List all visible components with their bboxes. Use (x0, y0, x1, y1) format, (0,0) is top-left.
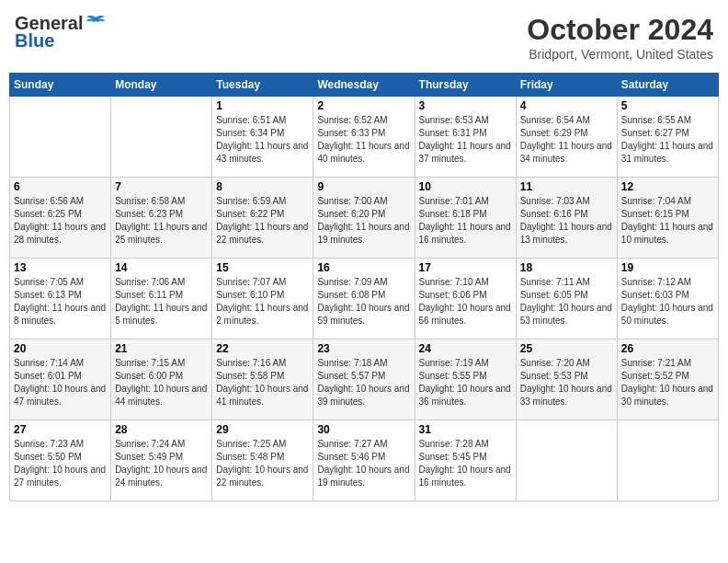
day-number: 25 (520, 342, 613, 355)
day-header-friday: Friday (516, 74, 617, 97)
calendar-week-5: 27Sunrise: 7:23 AMSunset: 5:50 PMDayligh… (10, 420, 719, 501)
calendar-cell: 1Sunrise: 6:51 AMSunset: 6:34 PMDaylight… (212, 97, 313, 178)
calendar-cell (617, 420, 718, 501)
day-info: Sunrise: 7:23 AMSunset: 5:50 PMDaylight:… (14, 438, 107, 489)
calendar-cell: 19Sunrise: 7:12 AMSunset: 6:03 PMDayligh… (617, 259, 718, 339)
calendar-cell: 4Sunrise: 6:54 AMSunset: 6:29 PMDaylight… (516, 97, 617, 178)
calendar-cell: 17Sunrise: 7:10 AMSunset: 6:06 PMDayligh… (415, 259, 516, 339)
calendar-cell (111, 97, 212, 178)
day-number: 5 (621, 99, 714, 112)
day-info: Sunrise: 6:51 AMSunset: 6:34 PMDaylight:… (216, 114, 309, 166)
calendar-cell (10, 97, 111, 178)
day-number: 15 (216, 261, 309, 274)
day-info: Sunrise: 7:07 AMSunset: 6:10 PMDaylight:… (216, 276, 309, 327)
day-info: Sunrise: 7:24 AMSunset: 5:49 PMDaylight:… (115, 438, 208, 489)
calendar-header-row: SundayMondayTuesdayWednesdayThursdayFrid… (10, 74, 719, 97)
calendar-cell: 25Sunrise: 7:20 AMSunset: 5:53 PMDayligh… (516, 339, 617, 420)
calendar-cell (516, 420, 617, 501)
logo: General Blue (15, 13, 107, 52)
logo-bird-icon (85, 14, 107, 32)
day-header-wednesday: Wednesday (313, 74, 415, 97)
day-number: 18 (520, 261, 613, 274)
day-number: 9 (317, 180, 410, 193)
calendar-cell: 11Sunrise: 7:03 AMSunset: 6:16 PMDayligh… (516, 178, 617, 259)
day-number: 22 (216, 342, 309, 355)
calendar-cell: 6Sunrise: 6:56 AMSunset: 6:25 PMDaylight… (10, 178, 111, 259)
day-info: Sunrise: 7:09 AMSunset: 6:08 PMDaylight:… (317, 276, 410, 327)
day-info: Sunrise: 7:00 AMSunset: 6:20 PMDaylight:… (317, 195, 410, 247)
day-header-monday: Monday (111, 74, 212, 97)
calendar-cell: 13Sunrise: 7:05 AMSunset: 6:13 PMDayligh… (10, 259, 111, 339)
calendar-cell: 2Sunrise: 6:52 AMSunset: 6:33 PMDaylight… (313, 97, 415, 178)
day-number: 26 (621, 342, 714, 355)
calendar-cell: 7Sunrise: 6:58 AMSunset: 6:23 PMDaylight… (111, 178, 212, 259)
day-info: Sunrise: 7:10 AMSunset: 6:06 PMDaylight:… (419, 276, 512, 327)
day-number: 17 (419, 261, 512, 274)
day-info: Sunrise: 7:03 AMSunset: 6:16 PMDaylight:… (520, 195, 613, 247)
calendar-cell: 20Sunrise: 7:14 AMSunset: 6:01 PMDayligh… (10, 339, 111, 420)
calendar-cell: 12Sunrise: 7:04 AMSunset: 6:15 PMDayligh… (617, 178, 718, 259)
day-info: Sunrise: 7:05 AMSunset: 6:13 PMDaylight:… (14, 276, 107, 327)
day-info: Sunrise: 6:54 AMSunset: 6:29 PMDaylight:… (520, 114, 613, 166)
calendar-week-1: 1Sunrise: 6:51 AMSunset: 6:34 PMDaylight… (10, 97, 719, 178)
calendar-cell: 24Sunrise: 7:19 AMSunset: 5:55 PMDayligh… (415, 339, 516, 420)
title-block: October 2024 Bridport, Vermont, United S… (527, 13, 713, 62)
day-info: Sunrise: 6:58 AMSunset: 6:23 PMDaylight:… (115, 195, 208, 247)
day-number: 1 (216, 99, 309, 112)
day-number: 3 (419, 99, 512, 112)
day-number: 6 (14, 180, 107, 193)
day-number: 4 (520, 99, 613, 112)
calendar-cell: 5Sunrise: 6:55 AMSunset: 6:27 PMDaylight… (617, 97, 718, 178)
day-info: Sunrise: 6:53 AMSunset: 6:31 PMDaylight:… (419, 114, 512, 166)
day-info: Sunrise: 7:28 AMSunset: 5:45 PMDaylight:… (419, 438, 512, 489)
day-info: Sunrise: 7:27 AMSunset: 5:46 PMDaylight:… (317, 438, 410, 489)
calendar-cell: 14Sunrise: 7:06 AMSunset: 6:11 PMDayligh… (111, 259, 212, 339)
calendar-week-3: 13Sunrise: 7:05 AMSunset: 6:13 PMDayligh… (10, 259, 719, 339)
day-info: Sunrise: 7:14 AMSunset: 6:01 PMDaylight:… (14, 357, 107, 408)
location: Bridport, Vermont, United States (527, 47, 713, 62)
calendar-cell: 3Sunrise: 6:53 AMSunset: 6:31 PMDaylight… (415, 97, 516, 178)
day-number: 8 (216, 180, 309, 193)
day-number: 21 (115, 342, 208, 355)
calendar-cell: 16Sunrise: 7:09 AMSunset: 6:08 PMDayligh… (313, 259, 415, 339)
calendar-week-2: 6Sunrise: 6:56 AMSunset: 6:25 PMDaylight… (10, 178, 719, 259)
day-info: Sunrise: 7:06 AMSunset: 6:11 PMDaylight:… (115, 276, 208, 327)
calendar-cell: 9Sunrise: 7:00 AMSunset: 6:20 PMDaylight… (313, 178, 415, 259)
day-info: Sunrise: 7:04 AMSunset: 6:15 PMDaylight:… (621, 195, 714, 247)
day-number: 12 (621, 180, 714, 193)
day-info: Sunrise: 7:16 AMSunset: 5:58 PMDaylight:… (216, 357, 309, 408)
calendar-cell: 22Sunrise: 7:16 AMSunset: 5:58 PMDayligh… (212, 339, 313, 420)
day-header-tuesday: Tuesday (212, 74, 313, 97)
day-header-sunday: Sunday (10, 74, 111, 97)
calendar-cell: 23Sunrise: 7:18 AMSunset: 5:57 PMDayligh… (313, 339, 415, 420)
calendar-cell: 21Sunrise: 7:15 AMSunset: 6:00 PMDayligh… (111, 339, 212, 420)
day-number: 7 (115, 180, 208, 193)
day-info: Sunrise: 7:20 AMSunset: 5:53 PMDaylight:… (520, 357, 613, 408)
logo-blue-text: Blue (15, 30, 54, 52)
day-header-thursday: Thursday (415, 74, 516, 97)
page-header: General Blue October 2024 Bridport, Verm… (9, 9, 719, 65)
calendar-cell: 10Sunrise: 7:01 AMSunset: 6:18 PMDayligh… (415, 178, 516, 259)
day-number: 14 (115, 261, 208, 274)
calendar-cell: 28Sunrise: 7:24 AMSunset: 5:49 PMDayligh… (111, 420, 212, 501)
day-info: Sunrise: 7:25 AMSunset: 5:48 PMDaylight:… (216, 438, 309, 489)
day-info: Sunrise: 7:15 AMSunset: 6:00 PMDaylight:… (115, 357, 208, 408)
day-number: 10 (419, 180, 512, 193)
calendar-week-4: 20Sunrise: 7:14 AMSunset: 6:01 PMDayligh… (10, 339, 719, 420)
calendar-cell: 15Sunrise: 7:07 AMSunset: 6:10 PMDayligh… (212, 259, 313, 339)
day-number: 20 (14, 342, 107, 355)
day-info: Sunrise: 7:19 AMSunset: 5:55 PMDaylight:… (419, 357, 512, 408)
calendar-cell: 30Sunrise: 7:27 AMSunset: 5:46 PMDayligh… (313, 420, 415, 501)
day-number: 30 (317, 423, 410, 436)
day-info: Sunrise: 7:18 AMSunset: 5:57 PMDaylight:… (317, 357, 410, 408)
day-header-saturday: Saturday (617, 74, 718, 97)
day-info: Sunrise: 7:12 AMSunset: 6:03 PMDaylight:… (621, 276, 714, 327)
day-number: 11 (520, 180, 613, 193)
day-info: Sunrise: 7:21 AMSunset: 5:52 PMDaylight:… (621, 357, 714, 408)
day-number: 29 (216, 423, 309, 436)
day-info: Sunrise: 6:52 AMSunset: 6:33 PMDaylight:… (317, 114, 410, 166)
calendar-cell: 27Sunrise: 7:23 AMSunset: 5:50 PMDayligh… (10, 420, 111, 501)
day-number: 23 (317, 342, 410, 355)
month-title: October 2024 (527, 13, 713, 47)
day-number: 28 (115, 423, 208, 436)
